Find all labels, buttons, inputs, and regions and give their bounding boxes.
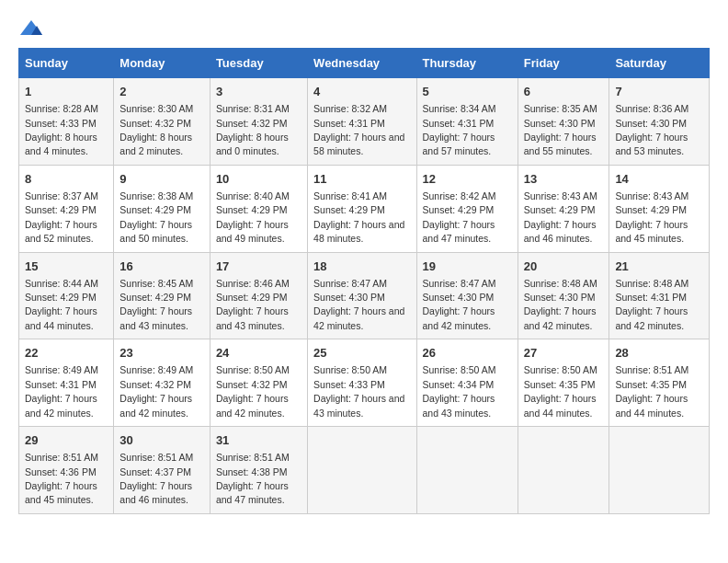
calendar-cell: 15Sunrise: 8:44 AMSunset: 4:29 PMDayligh… <box>19 252 114 339</box>
day-number: 24 <box>216 345 301 362</box>
day-info: Sunrise: 8:31 AMSunset: 4:32 PMDaylight:… <box>216 103 290 156</box>
day-info: Sunrise: 8:43 AMSunset: 4:29 PMDaylight:… <box>524 190 597 244</box>
calendar-cell: 18Sunrise: 8:47 AMSunset: 4:30 PMDayligh… <box>308 252 416 339</box>
week-row-1: 1Sunrise: 8:28 AMSunset: 4:33 PMDaylight… <box>19 78 710 166</box>
day-number: 1 <box>25 84 108 100</box>
calendar-cell: 13Sunrise: 8:43 AMSunset: 4:29 PMDayligh… <box>518 165 609 252</box>
day-info: Sunrise: 8:30 AMSunset: 4:32 PMDaylight:… <box>119 103 193 156</box>
day-number: 13 <box>524 171 604 188</box>
calendar-cell: 1Sunrise: 8:28 AMSunset: 4:33 PMDaylight… <box>19 78 114 166</box>
day-info: Sunrise: 8:34 AMSunset: 4:31 PMDaylight:… <box>423 103 496 156</box>
day-number: 10 <box>216 171 301 188</box>
day-number: 7 <box>615 84 703 100</box>
header-row: SundayMondayTuesdayWednesdayThursdayFrid… <box>19 49 710 78</box>
day-info: Sunrise: 8:49 AMSunset: 4:32 PMDaylight:… <box>119 364 193 418</box>
day-number: 4 <box>313 84 410 100</box>
calendar-cell: 29Sunrise: 8:51 AMSunset: 4:36 PMDayligh… <box>19 427 114 514</box>
day-number: 21 <box>615 259 703 275</box>
calendar-cell <box>308 427 416 514</box>
calendar-cell: 10Sunrise: 8:40 AMSunset: 4:29 PMDayligh… <box>210 165 307 252</box>
calendar-table: SundayMondayTuesdayWednesdayThursdayFrid… <box>18 48 710 514</box>
day-info: Sunrise: 8:46 AMSunset: 4:29 PMDaylight:… <box>216 278 290 331</box>
day-number: 28 <box>615 345 703 362</box>
day-number: 22 <box>25 345 108 362</box>
day-number: 9 <box>119 171 204 188</box>
day-info: Sunrise: 8:50 AMSunset: 4:32 PMDaylight:… <box>216 364 290 418</box>
day-info: Sunrise: 8:35 AMSunset: 4:30 PMDaylight:… <box>524 103 597 156</box>
day-number: 3 <box>216 84 301 100</box>
calendar-cell: 28Sunrise: 8:51 AMSunset: 4:35 PMDayligh… <box>609 339 710 427</box>
day-number: 19 <box>423 259 512 275</box>
day-number: 15 <box>25 259 108 275</box>
day-number: 23 <box>119 345 204 362</box>
day-number: 26 <box>423 345 512 362</box>
day-info: Sunrise: 8:48 AMSunset: 4:31 PMDaylight:… <box>615 278 688 331</box>
calendar-cell: 2Sunrise: 8:30 AMSunset: 4:32 PMDaylight… <box>114 78 210 166</box>
day-info: Sunrise: 8:32 AMSunset: 4:31 PMDaylight:… <box>313 103 404 156</box>
day-info: Sunrise: 8:47 AMSunset: 4:30 PMDaylight:… <box>423 278 496 331</box>
day-info: Sunrise: 8:40 AMSunset: 4:29 PMDaylight:… <box>216 190 290 244</box>
col-header-tuesday: Tuesday <box>210 49 307 78</box>
day-number: 18 <box>313 259 410 275</box>
logo <box>18 18 48 39</box>
day-number: 11 <box>313 171 410 188</box>
calendar-cell: 23Sunrise: 8:49 AMSunset: 4:32 PMDayligh… <box>114 339 210 427</box>
calendar-cell: 4Sunrise: 8:32 AMSunset: 4:31 PMDaylight… <box>308 78 416 166</box>
header <box>18 18 710 39</box>
day-info: Sunrise: 8:49 AMSunset: 4:31 PMDaylight:… <box>25 364 98 418</box>
calendar-cell: 24Sunrise: 8:50 AMSunset: 4:32 PMDayligh… <box>210 339 307 427</box>
day-info: Sunrise: 8:45 AMSunset: 4:29 PMDaylight:… <box>119 278 193 331</box>
calendar-cell: 27Sunrise: 8:50 AMSunset: 4:35 PMDayligh… <box>518 339 609 427</box>
calendar-cell <box>609 427 710 514</box>
col-header-thursday: Thursday <box>416 49 518 78</box>
calendar-cell <box>518 427 609 514</box>
day-info: Sunrise: 8:51 AMSunset: 4:36 PMDaylight:… <box>25 452 98 505</box>
calendar-cell: 30Sunrise: 8:51 AMSunset: 4:37 PMDayligh… <box>114 427 210 514</box>
calendar-cell: 26Sunrise: 8:50 AMSunset: 4:34 PMDayligh… <box>416 339 518 427</box>
day-number: 14 <box>615 171 703 188</box>
calendar-cell: 21Sunrise: 8:48 AMSunset: 4:31 PMDayligh… <box>609 252 710 339</box>
calendar-cell: 16Sunrise: 8:45 AMSunset: 4:29 PMDayligh… <box>114 252 210 339</box>
day-number: 5 <box>423 84 512 100</box>
day-number: 25 <box>313 345 410 362</box>
calendar-cell: 9Sunrise: 8:38 AMSunset: 4:29 PMDaylight… <box>114 165 210 252</box>
day-info: Sunrise: 8:51 AMSunset: 4:35 PMDaylight:… <box>615 364 688 418</box>
week-row-5: 29Sunrise: 8:51 AMSunset: 4:36 PMDayligh… <box>19 427 710 514</box>
calendar-cell <box>416 427 518 514</box>
day-info: Sunrise: 8:36 AMSunset: 4:30 PMDaylight:… <box>615 103 688 156</box>
day-number: 17 <box>216 259 301 275</box>
day-info: Sunrise: 8:44 AMSunset: 4:29 PMDaylight:… <box>25 278 98 331</box>
col-header-friday: Friday <box>518 49 609 78</box>
col-header-saturday: Saturday <box>609 49 710 78</box>
day-number: 12 <box>423 171 512 188</box>
day-number: 27 <box>524 345 604 362</box>
day-info: Sunrise: 8:28 AMSunset: 4:33 PMDaylight:… <box>25 103 98 156</box>
calendar-cell: 5Sunrise: 8:34 AMSunset: 4:31 PMDaylight… <box>416 78 518 166</box>
calendar-cell: 20Sunrise: 8:48 AMSunset: 4:30 PMDayligh… <box>518 252 609 339</box>
day-number: 16 <box>119 259 204 275</box>
day-info: Sunrise: 8:51 AMSunset: 4:38 PMDaylight:… <box>216 452 290 505</box>
day-number: 31 <box>216 432 301 449</box>
calendar-cell: 6Sunrise: 8:35 AMSunset: 4:30 PMDaylight… <box>518 78 609 166</box>
calendar-cell: 19Sunrise: 8:47 AMSunset: 4:30 PMDayligh… <box>416 252 518 339</box>
calendar-cell: 12Sunrise: 8:42 AMSunset: 4:29 PMDayligh… <box>416 165 518 252</box>
day-number: 6 <box>524 84 604 100</box>
calendar-cell: 8Sunrise: 8:37 AMSunset: 4:29 PMDaylight… <box>19 165 114 252</box>
calendar-cell: 11Sunrise: 8:41 AMSunset: 4:29 PMDayligh… <box>308 165 416 252</box>
logo-icon <box>18 18 44 39</box>
day-info: Sunrise: 8:51 AMSunset: 4:37 PMDaylight:… <box>119 452 193 505</box>
col-header-sunday: Sunday <box>19 49 114 78</box>
day-number: 30 <box>119 432 204 449</box>
day-info: Sunrise: 8:48 AMSunset: 4:30 PMDaylight:… <box>524 278 597 331</box>
calendar-cell: 25Sunrise: 8:50 AMSunset: 4:33 PMDayligh… <box>308 339 416 427</box>
day-info: Sunrise: 8:43 AMSunset: 4:29 PMDaylight:… <box>615 190 688 244</box>
calendar-cell: 7Sunrise: 8:36 AMSunset: 4:30 PMDaylight… <box>609 78 710 166</box>
col-header-wednesday: Wednesday <box>308 49 416 78</box>
day-info: Sunrise: 8:50 AMSunset: 4:35 PMDaylight:… <box>524 364 597 418</box>
calendar-cell: 17Sunrise: 8:46 AMSunset: 4:29 PMDayligh… <box>210 252 307 339</box>
week-row-2: 8Sunrise: 8:37 AMSunset: 4:29 PMDaylight… <box>19 165 710 252</box>
day-info: Sunrise: 8:37 AMSunset: 4:29 PMDaylight:… <box>25 190 98 244</box>
calendar-cell: 3Sunrise: 8:31 AMSunset: 4:32 PMDaylight… <box>210 78 307 166</box>
day-number: 2 <box>119 84 204 100</box>
calendar-cell: 14Sunrise: 8:43 AMSunset: 4:29 PMDayligh… <box>609 165 710 252</box>
